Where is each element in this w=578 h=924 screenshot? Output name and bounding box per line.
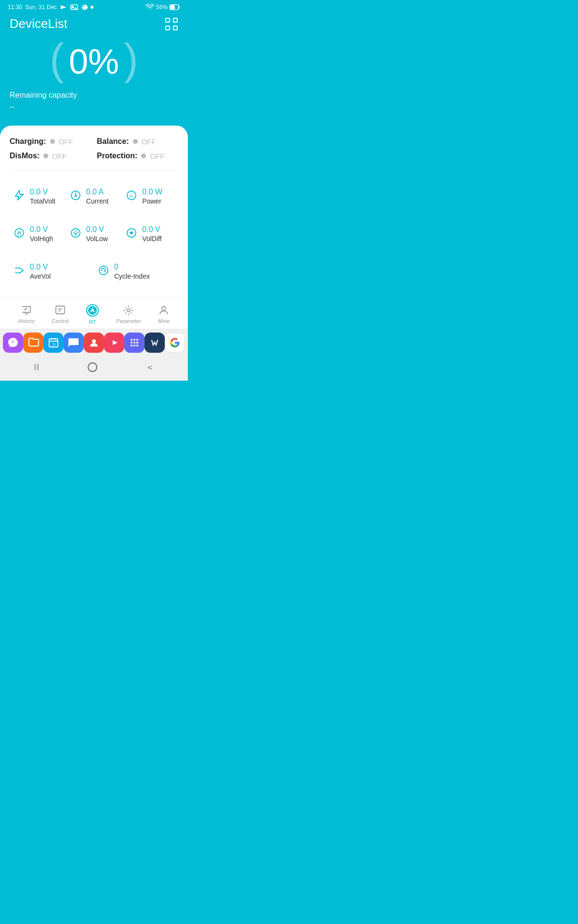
voldiff-icon xyxy=(126,226,137,239)
protection-dot xyxy=(141,154,146,158)
charging-label: Charging: xyxy=(10,137,46,146)
svg-point-40 xyxy=(136,342,138,344)
photo-icon xyxy=(70,4,78,10)
avevol-icon xyxy=(13,264,25,276)
power-name: Power xyxy=(142,197,162,205)
nav-rt[interactable]: RT xyxy=(86,304,99,325)
protection-value: OFF xyxy=(150,152,164,160)
messages-app[interactable] xyxy=(64,333,84,353)
dismos-dot xyxy=(43,154,48,158)
google-app[interactable] xyxy=(165,333,185,353)
charging-status: Charging: OFF xyxy=(10,137,91,146)
youtube-app[interactable] xyxy=(104,333,124,353)
rt-nav-icon xyxy=(86,304,99,317)
nav-control[interactable]: Control xyxy=(52,305,68,324)
svg-point-14 xyxy=(15,229,24,237)
power-metric: W 0.0 W Power xyxy=(122,180,178,213)
voldiff-value: 0.0 V xyxy=(142,225,161,234)
svg-point-35 xyxy=(131,339,132,341)
svg-point-38 xyxy=(131,342,132,344)
page-title: DeviceList xyxy=(10,16,67,31)
balance-status: Balance: OFF xyxy=(97,137,178,146)
current-icon: A xyxy=(70,189,81,201)
balance-label: Balance: xyxy=(97,137,129,146)
mine-nav-icon xyxy=(158,305,170,316)
back-button[interactable]: ＜ xyxy=(145,361,154,373)
svg-point-19 xyxy=(99,266,108,275)
balance-dot xyxy=(133,139,138,144)
avevol-metric: 0.0 V AveVol xyxy=(10,255,94,288)
status-bar: 11:30 Sun, 31 Dec 56% xyxy=(0,0,188,13)
calendar-app[interactable]: 31 xyxy=(43,333,64,353)
voldiff-name: VolDiff xyxy=(142,235,161,243)
status-grid: Charging: OFF Balance: OFF DisMos: OFF P… xyxy=(10,137,178,160)
svg-rect-8 xyxy=(166,26,170,30)
recents-button[interactable]: ⁞⁞ xyxy=(34,362,39,372)
history-nav-label: History xyxy=(18,318,35,324)
contacts-app[interactable] xyxy=(84,333,104,353)
avevol-value: 0.0 V xyxy=(30,263,51,271)
svg-marker-0 xyxy=(61,5,66,9)
nav-history[interactable]: History xyxy=(18,305,35,324)
system-nav-bar: ⁞⁞ ＜ xyxy=(0,357,188,381)
viber-app[interactable] xyxy=(3,333,23,353)
svg-rect-20 xyxy=(56,306,65,314)
media-icon xyxy=(60,4,67,10)
svg-marker-34 xyxy=(113,340,118,345)
apps-drawer[interactable] xyxy=(124,333,144,353)
bottom-nav: History Control RT Parameter xyxy=(0,297,188,329)
vollow-metric: 0.0 V VolLow xyxy=(66,218,122,250)
vollow-icon xyxy=(70,226,81,239)
woop-app[interactable] xyxy=(144,333,165,353)
time: 11:30 xyxy=(8,4,22,11)
svg-point-44 xyxy=(88,363,97,372)
control-nav-label: Control xyxy=(52,318,68,324)
power-value: 0.0 W xyxy=(142,188,162,196)
scan-button[interactable] xyxy=(165,17,178,30)
volhigh-icon xyxy=(13,226,25,239)
protection-label: Protection: xyxy=(97,152,137,160)
app-header: DeviceList xyxy=(0,13,188,37)
status-left: 11:30 Sun, 31 Dec xyxy=(8,4,93,11)
svg-text:W: W xyxy=(130,194,133,198)
control-nav-icon xyxy=(54,305,66,316)
protection-status: Protection: OFF xyxy=(97,152,178,160)
svg-point-15 xyxy=(71,229,80,237)
svg-rect-7 xyxy=(173,18,177,22)
voldiff-metric: 0.0 V VolDiff xyxy=(122,218,178,250)
date: Sun, 31 Dec xyxy=(25,4,57,11)
cycle-name: Cycle-Index xyxy=(114,272,150,280)
current-name: Current xyxy=(86,197,109,205)
svg-point-37 xyxy=(136,339,138,341)
nav-mine[interactable]: Mine xyxy=(158,305,170,324)
vollow-name: VolLow xyxy=(86,235,108,243)
mine-nav-label: Mine xyxy=(158,318,170,324)
dismos-label: DisMos: xyxy=(10,152,39,160)
metrics-row-1: 0.0 V TotalVolt A 0.0 A Current W xyxy=(10,180,178,213)
history-nav-icon xyxy=(21,305,32,316)
svg-point-43 xyxy=(136,345,138,346)
vollow-value: 0.0 V xyxy=(86,225,108,234)
metrics-row-2: 0.0 V VolHigh 0.0 V VolLow xyxy=(10,218,178,250)
svg-rect-9 xyxy=(173,26,177,30)
svg-rect-5 xyxy=(171,5,175,10)
svg-point-27 xyxy=(162,307,166,310)
cycle-icon xyxy=(98,264,109,276)
system-apps-row: 31 xyxy=(0,329,188,357)
volt-icon xyxy=(13,189,25,201)
totalvolt-metric: 0.0 V TotalVolt xyxy=(10,180,66,213)
power-icon: W xyxy=(126,189,137,201)
dot-icon xyxy=(91,6,93,9)
divider xyxy=(10,170,178,170)
status-right: 56% xyxy=(145,4,180,11)
wifi-icon xyxy=(145,4,154,11)
nav-parameter[interactable]: Parameter xyxy=(117,305,141,324)
files-app[interactable] xyxy=(23,333,43,353)
svg-point-33 xyxy=(92,339,96,343)
home-button[interactable] xyxy=(87,362,98,372)
battery-percent-status: 56% xyxy=(156,4,168,11)
moon-icon xyxy=(81,4,88,11)
totalvolt-value: 0.0 V xyxy=(30,188,55,196)
remaining-section: Remaining capacity -- xyxy=(0,91,188,126)
parameter-nav-label: Parameter xyxy=(117,318,141,324)
